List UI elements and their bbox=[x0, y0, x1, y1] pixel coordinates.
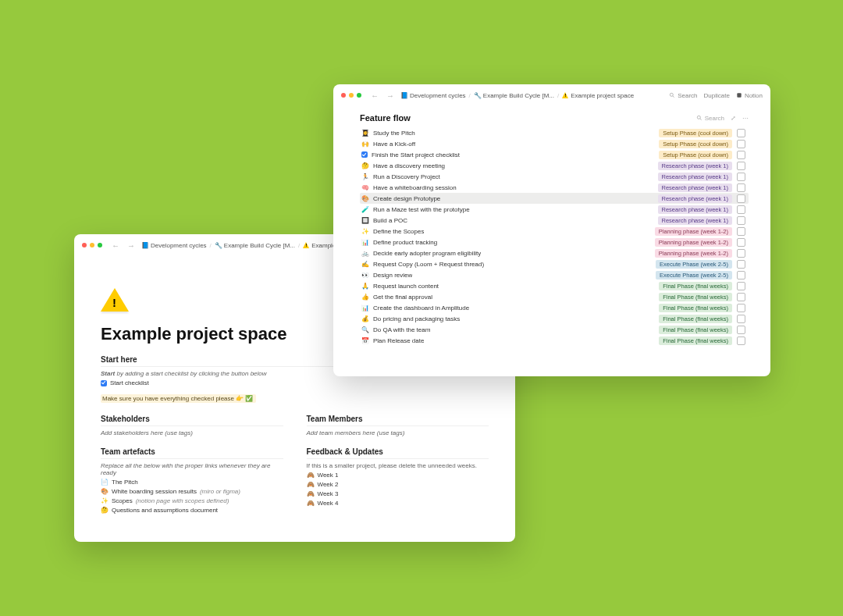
row-checkbox[interactable] bbox=[737, 216, 745, 225]
row-checkbox[interactable] bbox=[737, 249, 745, 258]
row-label: Decide early adopter program eligibility bbox=[373, 250, 481, 257]
artefact-item[interactable]: ✨Scopes (notion page with scopes defined… bbox=[101, 497, 283, 504]
feature-flow-row[interactable]: 🚲Decide early adopter program eligibilit… bbox=[360, 247, 749, 258]
row-checkbox[interactable] bbox=[737, 238, 745, 247]
svg-point-0 bbox=[670, 93, 673, 96]
row-label: Plan Release date bbox=[373, 337, 424, 344]
feature-flow-row[interactable]: 📊Define product trackingPlanning phase (… bbox=[360, 237, 749, 247]
feedback-week-item[interactable]: 🙈Week 3 bbox=[307, 490, 489, 497]
feature-flow-row[interactable]: 👍Get the final approvalFinal Phase (fina… bbox=[360, 291, 749, 302]
feature-flow-row[interactable]: 🙌Have a Kick-offSetup Phase (cool down) bbox=[360, 138, 749, 149]
breadcrumb-item[interactable]: 📘Development cycles bbox=[400, 92, 466, 99]
feature-flow-row[interactable]: 🔲Build a POCResearch phase (week 1) bbox=[360, 215, 749, 226]
row-checkbox[interactable] bbox=[737, 336, 745, 345]
feature-flow-row[interactable]: 🤔Have a discovery meetingResearch phase … bbox=[360, 160, 749, 171]
nav-back-icon[interactable]: ← bbox=[110, 241, 121, 250]
minimize-dot[interactable] bbox=[349, 93, 354, 98]
row-checkbox[interactable] bbox=[737, 326, 745, 334]
feature-flow-row[interactable]: ✨Define the ScopesPlanning phase (week 1… bbox=[360, 226, 749, 237]
feature-flow-row[interactable]: Finish the Start project checklistSetup … bbox=[360, 149, 749, 160]
duplicate-button[interactable]: Duplicate bbox=[704, 92, 730, 99]
row-checkbox[interactable] bbox=[737, 304, 745, 312]
breadcrumb-sep: / bbox=[298, 242, 300, 249]
team-hint: Add team members here (use tags) bbox=[307, 429, 489, 436]
titlebar-right: Search Duplicate Notion bbox=[669, 92, 763, 99]
row-icon: 💰 bbox=[361, 315, 369, 322]
row-checkbox[interactable] bbox=[737, 162, 745, 170]
artefact-item[interactable]: 🤔Questions and assumptions document bbox=[101, 507, 283, 514]
row-icon: 🎨 bbox=[361, 195, 369, 202]
feature-flow-row[interactable]: 🧠Have a whiteboarding sessionResearch ph… bbox=[360, 182, 749, 193]
artefact-item[interactable]: 🎨White boarding session results (miro or… bbox=[101, 488, 283, 495]
breadcrumb-item[interactable]: 📘Development cycles bbox=[141, 242, 207, 249]
feature-flow-row[interactable]: 🎨Create design PrototypeResearch phase (… bbox=[360, 193, 749, 204]
row-label: Have a Kick-off bbox=[373, 141, 415, 148]
minimize-dot[interactable] bbox=[90, 243, 94, 247]
artefact-item[interactable]: 📄The Pitch bbox=[101, 479, 283, 486]
close-dot[interactable] bbox=[82, 243, 87, 247]
feature-flow-row[interactable]: 🙏Request launch contentFinal Phase (fina… bbox=[360, 280, 749, 291]
feature-flow-row[interactable]: 👩‍🎓Study the PitchSetup Phase (cool down… bbox=[360, 127, 749, 138]
phase-pill: Research phase (week 1) bbox=[658, 205, 732, 214]
feature-flow-tools: Search ⤢ ⋯ bbox=[696, 115, 749, 122]
feedback-week-item[interactable]: 🙈Week 2 bbox=[307, 481, 489, 488]
row-checkbox[interactable] bbox=[737, 194, 745, 203]
close-dot[interactable] bbox=[341, 93, 346, 98]
phase-pill: Research phase (week 1) bbox=[658, 194, 732, 203]
search-button[interactable]: Search bbox=[669, 92, 697, 99]
breadcrumb-item[interactable]: Example project space bbox=[562, 92, 634, 99]
feature-flow-row[interactable]: 💰Do pricing and packaging tasksFinal Pha… bbox=[360, 313, 749, 324]
nav-forward-icon[interactable]: → bbox=[126, 241, 137, 250]
feature-flow-row[interactable]: 📅Plan Release dateFinal Phase (final wee… bbox=[360, 335, 749, 346]
artefacts-list: 📄The Pitch🎨White boarding session result… bbox=[101, 479, 283, 514]
nav-forward-icon[interactable]: → bbox=[385, 91, 396, 100]
ff-search-button[interactable]: Search bbox=[696, 115, 724, 122]
feedback-week-item[interactable]: 🙈Week 1 bbox=[307, 472, 489, 479]
row-checkbox[interactable] bbox=[737, 293, 745, 301]
item-label: Week 3 bbox=[318, 490, 339, 497]
row-checkbox[interactable] bbox=[737, 282, 745, 290]
breadcrumb-item[interactable]: 🔧Example Build Cycle [M... bbox=[474, 92, 554, 99]
row-checkbox[interactable] bbox=[737, 140, 745, 148]
row-icon: 🧠 bbox=[361, 184, 369, 191]
row-checkbox[interactable] bbox=[737, 129, 745, 137]
feature-flow-row[interactable]: 📊Create the dashboard in AmplitudeFinal … bbox=[360, 302, 749, 313]
notion-button[interactable]: Notion bbox=[736, 92, 763, 99]
start-checklist-link[interactable]: Start checklist bbox=[101, 379, 489, 386]
feature-flow-row[interactable]: ✍️Request Copy (Loom + Request thread)Ex… bbox=[360, 258, 749, 269]
row-checkbox[interactable] bbox=[737, 173, 745, 181]
row-checkbox[interactable] bbox=[737, 227, 745, 236]
row-checkbox[interactable] bbox=[737, 260, 745, 269]
row-checkbox[interactable] bbox=[737, 205, 745, 214]
zoom-dot[interactable] bbox=[357, 93, 361, 98]
row-label: Create design Prototype bbox=[373, 195, 440, 202]
row-label: Run a Maze test with the prototype bbox=[373, 206, 470, 213]
ff-expand-icon[interactable]: ⤢ bbox=[731, 115, 736, 122]
row-icon: 📊 bbox=[361, 239, 369, 246]
feature-flow-row[interactable]: 👀Design reviewExecute Phase (week 2-5) bbox=[360, 269, 749, 280]
row-checkbox[interactable] bbox=[737, 183, 745, 192]
section-team-artefacts: Team artefacts bbox=[101, 447, 283, 459]
feature-flow-body: Feature flow Search ⤢ ⋯ 👩‍🎓Study the Pit… bbox=[333, 102, 770, 361]
row-checkbox[interactable] bbox=[737, 271, 745, 280]
ff-more-icon[interactable]: ⋯ bbox=[742, 115, 749, 122]
nav-back-icon[interactable]: ← bbox=[369, 91, 380, 100]
row-label: Have a whiteboarding session bbox=[373, 184, 457, 191]
item-label: White boarding session results bbox=[112, 488, 197, 495]
row-checkbox[interactable] bbox=[737, 151, 745, 159]
zoom-dot[interactable] bbox=[98, 243, 102, 247]
feedback-week-item[interactable]: 🙈Week 4 bbox=[307, 500, 489, 507]
item-icon: 🙈 bbox=[307, 472, 315, 479]
feature-flow-row[interactable]: 🏃Run a Discovery ProjectResearch phase (… bbox=[360, 171, 749, 182]
svg-point-3 bbox=[697, 116, 700, 119]
row-checkbox[interactable] bbox=[737, 315, 745, 323]
feedback-hint: If this is a smaller project, please del… bbox=[307, 462, 489, 469]
titlebar: ← → 📘Development cycles/🔧Example Build C… bbox=[333, 84, 770, 102]
feature-flow-row[interactable]: 🔍Do QA with the teamFinal Phase (final w… bbox=[360, 324, 749, 335]
item-sub: (notion page with scopes defined) bbox=[136, 497, 229, 504]
feature-flow-row[interactable]: 🧪Run a Maze test with the prototypeResea… bbox=[360, 204, 749, 215]
row-label: Run a Discovery Project bbox=[373, 173, 440, 180]
breadcrumb-item[interactable]: 🔧Example Build Cycle [M... bbox=[215, 242, 295, 249]
phase-pill: Final Phase (final weeks) bbox=[659, 282, 732, 290]
row-icon: 📊 bbox=[361, 304, 369, 312]
